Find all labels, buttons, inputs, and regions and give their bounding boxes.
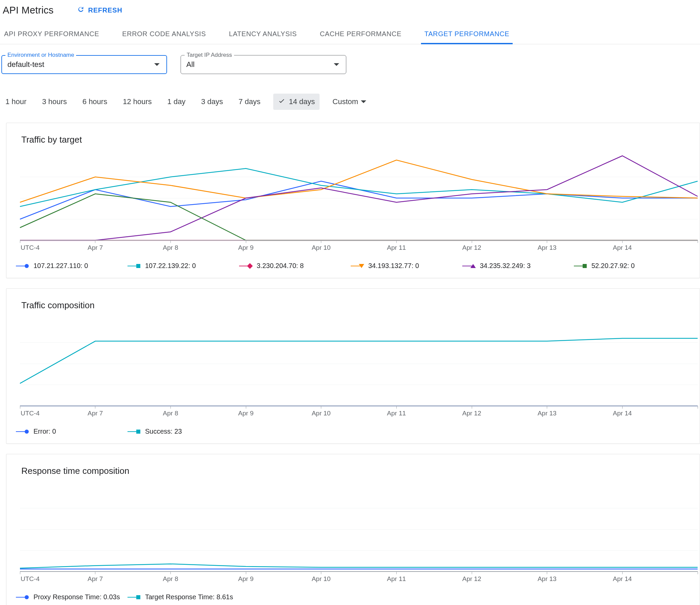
tab-latency-analysis[interactable]: LATENCY ANALYSIS bbox=[229, 25, 297, 44]
svg-text:Apr 9: Apr 9 bbox=[238, 244, 253, 251]
page-title: API Metrics bbox=[3, 5, 53, 16]
svg-text:Apr 9: Apr 9 bbox=[238, 575, 253, 582]
tab-error-code-analysis[interactable]: ERROR CODE ANALYSIS bbox=[122, 25, 206, 44]
legend-traffic-by-target: 107.21.227.110: 0107.22.139.22: 03.230.2… bbox=[16, 255, 700, 270]
legend-item[interactable]: 34.193.132.77: 0 bbox=[351, 262, 462, 270]
legend-swatch bbox=[16, 595, 28, 600]
chart-title-response-time: Response time composition bbox=[16, 466, 700, 476]
legend-item[interactable]: 3.230.204.70: 8 bbox=[239, 262, 351, 270]
target-ip-value: All bbox=[186, 60, 194, 69]
legend-label: 107.22.139.22: 0 bbox=[145, 262, 196, 270]
legend-label: Error: 0 bbox=[33, 428, 56, 435]
svg-text:Apr 11: Apr 11 bbox=[387, 244, 406, 251]
legend-swatch bbox=[239, 264, 251, 268]
svg-text:Apr 10: Apr 10 bbox=[312, 410, 331, 417]
chip-14-days-label: 14 days bbox=[289, 97, 315, 106]
svg-text:Apr 7: Apr 7 bbox=[88, 575, 103, 582]
chip-custom[interactable]: Custom bbox=[330, 94, 369, 110]
legend-swatch bbox=[462, 264, 474, 268]
legend-swatch bbox=[127, 595, 140, 600]
legend-item[interactable]: 107.22.139.22: 0 bbox=[127, 262, 239, 270]
legend-label: Target Response Time: 8.61s bbox=[145, 593, 233, 601]
refresh-label: REFRESH bbox=[88, 6, 122, 14]
legend-item[interactable]: Success: 23 bbox=[127, 428, 239, 435]
chevron-down-icon bbox=[154, 63, 160, 66]
legend-swatch bbox=[574, 264, 586, 268]
refresh-button[interactable]: REFRESH bbox=[77, 6, 122, 15]
tabs: API PROXY PERFORMANCE ERROR CODE ANALYSI… bbox=[0, 25, 700, 44]
legend-label: 3.230.204.70: 8 bbox=[257, 262, 304, 270]
card-traffic-by-target: Traffic by target UTC-4Apr 7Apr 8Apr 9Ap… bbox=[6, 123, 700, 278]
chip-custom-label: Custom bbox=[332, 97, 358, 106]
svg-text:Apr 12: Apr 12 bbox=[462, 244, 481, 251]
card-traffic-composition: Traffic composition UTC-4Apr 7Apr 8Apr 9… bbox=[6, 288, 700, 444]
svg-text:Apr 11: Apr 11 bbox=[387, 410, 406, 417]
legend-item[interactable]: 52.20.27.92: 0 bbox=[574, 262, 685, 270]
environment-select[interactable]: Environment or Hostname default-test bbox=[1, 55, 167, 74]
svg-text:Apr 10: Apr 10 bbox=[312, 575, 331, 582]
environment-value: default-test bbox=[7, 60, 44, 69]
legend-label: Proxy Response Time: 0.03s bbox=[33, 593, 120, 601]
legend-swatch bbox=[127, 264, 140, 268]
environment-label: Environment or Hostname bbox=[5, 52, 76, 58]
card-response-time: Response time composition UTC-4Apr 7Apr … bbox=[6, 454, 700, 605]
time-range-row: 1 hour 3 hours 6 hours 12 hours 1 day 3 … bbox=[0, 77, 700, 117]
chip-12-hours[interactable]: 12 hours bbox=[120, 94, 155, 110]
svg-text:Apr 10: Apr 10 bbox=[312, 244, 331, 251]
legend-swatch bbox=[16, 429, 28, 434]
legend-traffic-composition: Error: 0Success: 23 bbox=[16, 421, 700, 435]
legend-swatch bbox=[127, 429, 140, 434]
chart-response-time: UTC-4Apr 7Apr 8Apr 9Apr 10Apr 11Apr 12Ap… bbox=[16, 485, 699, 586]
svg-text:Apr 8: Apr 8 bbox=[163, 575, 178, 582]
svg-text:Apr 8: Apr 8 bbox=[163, 244, 178, 251]
tab-api-proxy-performance[interactable]: API PROXY PERFORMANCE bbox=[4, 25, 99, 44]
svg-text:UTC-4: UTC-4 bbox=[21, 575, 40, 582]
legend-label: 52.20.27.92: 0 bbox=[591, 262, 635, 270]
svg-text:Apr 12: Apr 12 bbox=[462, 575, 481, 582]
legend-item[interactable]: 34.235.32.249: 3 bbox=[462, 262, 574, 270]
legend-label: 34.235.32.249: 3 bbox=[480, 262, 531, 270]
target-ip-label: Target IP Address bbox=[185, 52, 234, 58]
tab-target-performance[interactable]: TARGET PERFORMANCE bbox=[424, 25, 509, 44]
legend-response-time: Proxy Response Time: 0.03sTarget Respons… bbox=[16, 586, 700, 601]
svg-text:Apr 13: Apr 13 bbox=[538, 575, 557, 582]
chevron-down-icon bbox=[361, 100, 366, 103]
svg-text:Apr 14: Apr 14 bbox=[613, 244, 632, 251]
tab-cache-performance[interactable]: CACHE PERFORMANCE bbox=[320, 25, 401, 44]
check-icon bbox=[278, 97, 285, 106]
legend-swatch bbox=[16, 264, 28, 268]
chevron-down-icon bbox=[334, 63, 339, 66]
svg-text:Apr 14: Apr 14 bbox=[613, 575, 632, 582]
svg-text:Apr 11: Apr 11 bbox=[387, 575, 406, 582]
svg-text:Apr 12: Apr 12 bbox=[462, 410, 481, 417]
chart-title-traffic-composition: Traffic composition bbox=[16, 300, 700, 311]
chip-3-days[interactable]: 3 days bbox=[199, 94, 226, 110]
legend-label: 34.193.132.77: 0 bbox=[368, 262, 419, 270]
svg-text:Apr 7: Apr 7 bbox=[88, 410, 103, 417]
target-ip-select[interactable]: Target IP Address All bbox=[181, 55, 346, 74]
legend-item[interactable]: 107.21.227.110: 0 bbox=[16, 262, 127, 270]
legend-item[interactable]: Target Response Time: 8.61s bbox=[127, 593, 239, 601]
chip-6-hours[interactable]: 6 hours bbox=[80, 94, 110, 110]
chip-7-days[interactable]: 7 days bbox=[236, 94, 263, 110]
chart-title-traffic-by-target: Traffic by target bbox=[16, 135, 700, 145]
chip-1-day[interactable]: 1 day bbox=[165, 94, 188, 110]
svg-text:Apr 8: Apr 8 bbox=[163, 410, 178, 417]
chart-traffic-composition: UTC-4Apr 7Apr 8Apr 9Apr 10Apr 11Apr 12Ap… bbox=[16, 319, 699, 421]
svg-text:UTC-4: UTC-4 bbox=[21, 410, 40, 417]
svg-text:Apr 9: Apr 9 bbox=[238, 410, 253, 417]
refresh-icon bbox=[77, 6, 85, 15]
chip-14-days[interactable]: 14 days bbox=[273, 94, 320, 110]
chip-3-hours[interactable]: 3 hours bbox=[39, 94, 69, 110]
legend-swatch bbox=[351, 264, 363, 268]
svg-text:Apr 13: Apr 13 bbox=[538, 410, 557, 417]
svg-text:Apr 13: Apr 13 bbox=[538, 244, 557, 251]
svg-text:Apr 14: Apr 14 bbox=[613, 410, 632, 417]
legend-item[interactable]: Proxy Response Time: 0.03s bbox=[16, 593, 127, 601]
chart-traffic-by-target: UTC-4Apr 7Apr 8Apr 9Apr 10Apr 11Apr 12Ap… bbox=[16, 154, 699, 255]
svg-text:UTC-4: UTC-4 bbox=[21, 244, 40, 251]
legend-item[interactable]: Error: 0 bbox=[16, 428, 127, 435]
chip-1-hour[interactable]: 1 hour bbox=[3, 94, 29, 110]
legend-label: Success: 23 bbox=[145, 428, 182, 435]
legend-label: 107.21.227.110: 0 bbox=[33, 262, 88, 270]
